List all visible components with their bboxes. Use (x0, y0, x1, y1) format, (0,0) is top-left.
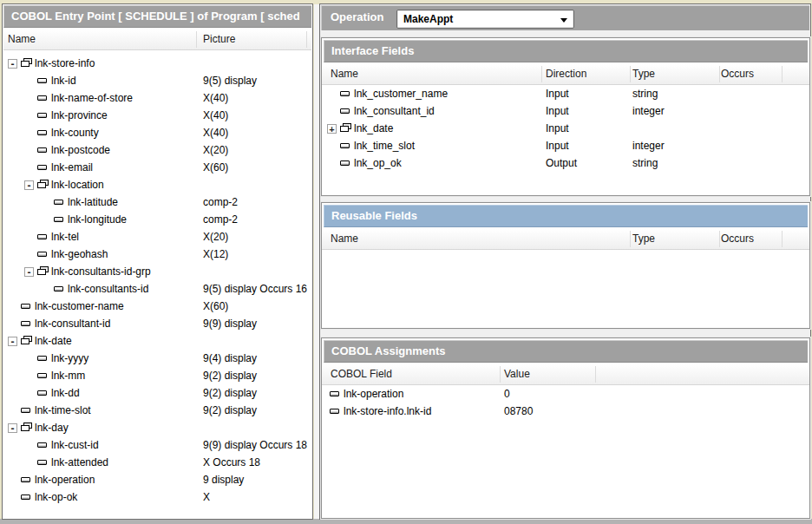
column-header-occurs[interactable]: Occurs (721, 68, 754, 80)
tree-row[interactable]: - lnk-store-info (3, 55, 311, 72)
cobol-assignment-row[interactable]: lnk-store-info.lnk-id 08780 (322, 403, 809, 420)
tree-row[interactable]: lnk-dd 9(2) display (3, 384, 311, 402)
tree-row[interactable]: lnk-latitude comp-2 (3, 193, 311, 211)
field-icon (36, 75, 49, 87)
expand-collapse-icon[interactable]: - (8, 337, 17, 346)
column-separator (782, 66, 783, 82)
column-header-name[interactable]: Name (331, 68, 358, 80)
expand-collapse-icon[interactable]: - (8, 423, 17, 433)
field-picture: X(12) (203, 248, 228, 260)
field-picture: 9(4) display (203, 352, 257, 364)
field-name: lnk-province (51, 109, 108, 121)
field-icon (53, 196, 65, 208)
tree-row[interactable]: lnk-province X(40) (3, 107, 311, 124)
column-separator (630, 231, 631, 247)
column-header-picture[interactable]: Picture (203, 33, 235, 45)
interface-field-row[interactable]: lnk_time_slot Input integer (322, 137, 809, 154)
field-name: lnk-mm (51, 370, 85, 382)
column-separator (630, 66, 631, 82)
field-picture: X(40) (203, 109, 228, 121)
field-direction: Input (546, 105, 569, 117)
field-icon (53, 213, 65, 226)
field-icon (36, 127, 49, 139)
field-name: lnk_date (354, 122, 393, 134)
field-name: lnk_consultant_id (354, 105, 435, 117)
tree-row[interactable]: lnk-geohash X(12) (3, 246, 311, 263)
field-icon (36, 352, 49, 364)
tree-row[interactable]: - lnk-consultants-id-grp (3, 263, 311, 280)
column-separator (719, 231, 720, 247)
tree-column-header: Name Picture (3, 29, 311, 50)
tree-row[interactable]: lnk-customer-name X(60) (3, 298, 311, 315)
operation-selected-value: MakeAppt (397, 13, 453, 25)
cobol-field-tree: - lnk-store-info lnk-id 9(5) display lnk… (3, 51, 311, 518)
cobol-assignments-title: COBOL Assignments (324, 340, 808, 363)
tree-row[interactable]: lnk-tel X(20) (3, 228, 311, 246)
field-type: integer (632, 140, 665, 152)
tree-row[interactable]: lnk-consultant-id 9(9) display (3, 315, 311, 332)
expand-collapse-icon[interactable]: - (24, 180, 34, 190)
tree-row[interactable]: lnk-operation 9 display (3, 471, 311, 488)
tree-row[interactable]: lnk-attended X Occurs 18 (3, 454, 311, 471)
field-picture: 9(2) display (203, 404, 257, 416)
tree-row[interactable]: lnk-mm 9(2) display (3, 367, 311, 384)
tree-row[interactable]: - lnk-day (3, 419, 311, 436)
tree-row[interactable]: lnk-postcode X(20) (3, 141, 311, 159)
expand-collapse-icon[interactable]: - (8, 59, 17, 69)
indent (8, 237, 24, 238)
field-picture: comp-2 (203, 213, 238, 226)
tree-row[interactable]: lnk-longitude comp-2 (3, 211, 311, 228)
column-separator (196, 31, 197, 48)
operation-select[interactable]: MakeAppt (396, 10, 574, 29)
column-header-cobol-field[interactable]: COBOL Field (331, 368, 392, 380)
column-separator (500, 366, 501, 383)
column-header-occurs[interactable]: Occurs (721, 233, 754, 245)
field-name: lnk-yyyy (51, 352, 88, 364)
field-name: lnk-id (51, 75, 76, 87)
indent (8, 254, 24, 255)
column-separator (719, 66, 720, 82)
tree-row[interactable]: lnk-consultants-id 9(5) display Occurs 1… (3, 280, 311, 298)
column-header-name[interactable]: Name (8, 33, 36, 45)
field-name: lnk-day (35, 422, 69, 434)
tree-row[interactable]: - lnk-location (3, 176, 311, 193)
column-header-value[interactable]: Value (504, 368, 530, 380)
cobol-entry-point-title: COBOL Entry Point [ SCHEDULE ] of Progra… (3, 5, 311, 28)
column-header-name[interactable]: Name (331, 233, 358, 245)
reusable-fields-column-header: Name Type Occurs (322, 229, 809, 250)
tree-row[interactable]: lnk-county X(40) (3, 124, 311, 141)
cobol-assignment-row[interactable]: lnk-operation 0 (322, 385, 809, 403)
tree-row[interactable]: lnk-op-ok X (3, 488, 311, 506)
column-separator (595, 366, 596, 383)
field-name: lnk-postcode (51, 144, 110, 156)
indent (8, 358, 24, 359)
expand-collapse-icon[interactable]: - (24, 267, 34, 277)
field-name: lnk-name-of-store (51, 92, 133, 104)
interface-field-row[interactable]: lnk_customer_name Input string (322, 85, 809, 102)
indent (8, 219, 41, 220)
tree-row[interactable]: lnk-id 9(5) display (3, 72, 311, 89)
field-icon (36, 231, 49, 243)
tree-row[interactable]: lnk-yyyy 9(4) display (3, 350, 311, 367)
interface-field-row[interactable]: + lnk_date Input (322, 120, 809, 137)
tree-row[interactable]: - lnk-date (3, 332, 311, 350)
indent (8, 133, 24, 134)
field-icon (339, 88, 351, 100)
field-picture: 9(9) display Occurs 18 (203, 439, 307, 451)
interface-field-row[interactable]: lnk_consultant_id Input integer (322, 102, 809, 120)
interface-field-row[interactable]: lnk_op_ok Output string (322, 154, 809, 172)
column-header-direction[interactable]: Direction (546, 68, 586, 80)
expand-collapse-icon[interactable]: + (327, 124, 337, 134)
indent (8, 393, 24, 394)
indent (8, 98, 24, 99)
field-picture: X Occurs 18 (203, 456, 260, 468)
tree-row[interactable]: lnk-email X(60) (3, 159, 311, 176)
field-icon (20, 422, 32, 434)
column-header-type[interactable]: Type (632, 68, 655, 80)
tree-row[interactable]: lnk-name-of-store X(40) (3, 89, 311, 107)
tree-row[interactable]: lnk-time-slot 9(2) display (3, 402, 311, 419)
column-header-type[interactable]: Type (632, 233, 655, 245)
tree-row[interactable]: lnk-cust-id 9(9) display Occurs 18 (3, 436, 311, 454)
field-icon (339, 105, 351, 117)
indent (8, 445, 24, 446)
